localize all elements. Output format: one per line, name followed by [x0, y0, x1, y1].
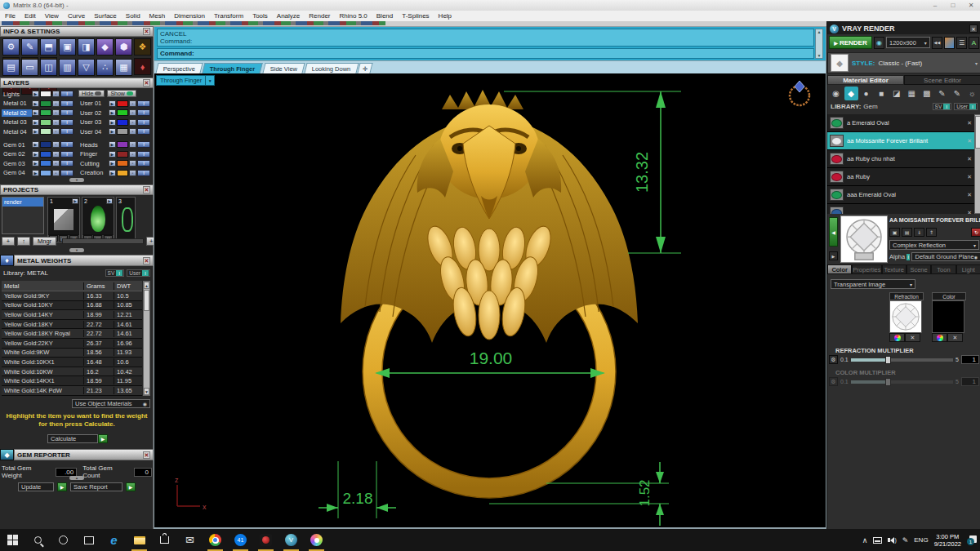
volume-icon[interactable]: ) — [888, 537, 896, 544]
color-clear-icon[interactable]: ✕ — [947, 333, 963, 342]
menu-item[interactable]: Surface — [94, 12, 117, 20]
clock[interactable]: 3:00 PM 9/21/2022 — [934, 533, 961, 548]
layer-visibility-toggle[interactable]: I — [137, 109, 150, 116]
tray-chevron-icon[interactable]: ∧ — [862, 536, 868, 544]
menu-item[interactable]: Rhino 5.0 — [340, 12, 368, 20]
scroll-down-icon[interactable]: ▼ — [817, 53, 822, 58]
table-row[interactable]: White Gold:10KX1 16.48 10.6 — [2, 358, 142, 367]
gem-list-scrollbar[interactable] — [974, 114, 980, 214]
alpha-toggle[interactable]: I — [906, 254, 910, 260]
info-settings-header[interactable]: INFO & SETTINGS ✕ — [0, 26, 154, 37]
layer-expand-icon[interactable]: ▶ — [109, 100, 116, 107]
layer-visibility-toggle[interactable]: I — [60, 91, 74, 97]
material-type-icon[interactable]: ✎ — [950, 87, 964, 100]
gem-delete-icon[interactable]: ✕ — [967, 120, 972, 127]
toolbox-icon[interactable]: ▣ — [59, 38, 76, 56]
toolbox-icon[interactable]: ◫ — [40, 59, 57, 76]
menu-item[interactable]: Dimension — [174, 12, 205, 20]
layer-name[interactable]: Cutting — [78, 160, 109, 167]
hide-layers-button[interactable]: Hide — [78, 90, 105, 97]
menu-item[interactable]: Curve — [68, 12, 85, 20]
layer-color-swatch[interactable] — [40, 91, 51, 97]
layer-expand-icon[interactable]: ▶ — [109, 170, 116, 176]
layer-color-swatch[interactable] — [40, 109, 51, 116]
layer-name[interactable]: Gem 02 — [2, 150, 32, 158]
layer-visibility-toggle[interactable]: I — [137, 119, 150, 126]
layer-expand-icon[interactable]: ▶ — [32, 151, 39, 158]
color-picker-icon[interactable] — [932, 333, 947, 342]
thumb-expand-icon[interactable]: ▶ — [106, 198, 113, 204]
col-grams[interactable]: Grams — [83, 282, 114, 290]
export-material-icon[interactable]: ⇑ — [926, 228, 937, 237]
language-indicator[interactable]: ENG — [914, 536, 928, 544]
project-add-button[interactable]: + — [2, 237, 15, 246]
layer-name[interactable]: Metal 03 — [2, 118, 32, 126]
project-thumb-1[interactable]: 1 ▶ +▣✕ — [47, 197, 80, 242]
scroll-down-icon[interactable]: ▼ — [144, 388, 149, 395]
layer-name[interactable]: Creation — [78, 169, 109, 176]
lock-icon[interactable]: ▫ — [52, 128, 60, 135]
viewport-tab[interactable]: Through Finger — [203, 63, 264, 73]
table-row[interactable]: White Gold:10KW 16.2 10.42 — [2, 367, 142, 377]
layer-expand-icon[interactable]: ▶ — [109, 128, 116, 135]
import-material-icon[interactable]: ⇓ — [914, 228, 924, 237]
style-row[interactable]: ◆ STYLE: Classic - (Fast) ▾ — [827, 52, 980, 73]
transparent-image-dropdown[interactable]: Transparent Image▾ — [831, 279, 915, 289]
metal-weights-close-icon[interactable]: ✕ — [143, 257, 150, 264]
reset-material-icon[interactable]: ↻ — [971, 228, 980, 237]
ground-plane-dropdown[interactable]: Default Ground Plane◉ — [911, 252, 980, 261]
col-metal[interactable]: Metal — [2, 282, 83, 290]
menu-item[interactable]: Edit — [24, 12, 36, 20]
col-dwt[interactable]: DWT — [114, 282, 139, 290]
toolbox-icon[interactable]: ◨ — [78, 38, 95, 56]
layer-expand-icon[interactable]: ▶ — [109, 119, 116, 126]
table-row[interactable]: Yellow Gold:22KY 26.37 16.96 — [2, 339, 142, 349]
pen-icon[interactable]: ✎ — [902, 536, 909, 544]
layer-visibility-toggle[interactable]: I — [60, 141, 74, 148]
menu-item[interactable]: Blend — [376, 12, 393, 20]
menu-item[interactable]: T-Splines — [402, 12, 429, 20]
store-icon[interactable] — [152, 529, 177, 551]
lock-icon[interactable]: ▫ — [129, 160, 136, 167]
projects-collapse-handle[interactable]: ▼ — [0, 248, 154, 252]
menu-item[interactable]: View — [45, 12, 59, 20]
lock-icon[interactable]: ▫ — [129, 119, 136, 126]
lock-icon[interactable]: ▫ — [129, 151, 136, 158]
gem-material-item[interactable]: aa Moissanite Forever Brillant ✕ — [827, 132, 974, 150]
sv-toggle[interactable]: SVI — [933, 103, 952, 110]
layer-color-swatch[interactable] — [40, 160, 51, 167]
save-material-icon[interactable]: ▣ — [889, 228, 900, 237]
layer-color-swatch[interactable] — [117, 151, 128, 158]
vray-header[interactable]: V VRAY RENDER ✕ — [827, 23, 980, 34]
viewport-tab[interactable]: ✛ — [358, 63, 374, 73]
material-type-icon[interactable]: ● — [859, 87, 873, 100]
thumb-expand-icon[interactable]: ▶ — [72, 198, 78, 204]
resolution-dropdown[interactable]: 1200x900▾ — [886, 37, 930, 48]
layer-color-swatch[interactable] — [117, 119, 128, 126]
project-thumb-3[interactable]: 3 — [116, 197, 136, 242]
layer-color-swatch[interactable] — [117, 170, 128, 176]
projects-header[interactable]: PROJECTS ✕ — [0, 184, 154, 195]
render-log-icon[interactable]: ☰ — [956, 37, 967, 49]
scroll-up-icon[interactable]: ▲ — [144, 282, 149, 289]
layer-expand-icon[interactable]: ▶ — [109, 160, 116, 167]
vray-app-icon[interactable]: V — [278, 529, 304, 551]
maximize-button[interactable]: □ — [944, 2, 962, 9]
user-toggle[interactable]: UserI — [127, 269, 150, 277]
layer-name[interactable]: Finger — [78, 150, 109, 158]
layer-expand-icon[interactable]: ▶ — [32, 109, 39, 116]
color-swatch[interactable] — [932, 300, 964, 333]
start-button[interactable] — [0, 529, 25, 551]
save-report-button[interactable]: ▶ — [126, 482, 136, 491]
menu-item[interactable]: Tools — [252, 12, 268, 20]
toolbox-icon[interactable]: ⬢ — [115, 38, 132, 56]
layer-visibility-toggle[interactable]: I — [60, 151, 74, 158]
gem-delete-icon[interactable]: ✕ — [967, 210, 972, 215]
menu-item[interactable]: Analyze — [277, 12, 300, 20]
tab-material-editor[interactable]: Material Editor — [827, 75, 904, 85]
layer-visibility-toggle[interactable]: I — [137, 100, 150, 107]
layer-expand-icon[interactable]: ▶ — [32, 141, 39, 148]
toolbox-icon[interactable]: ✎ — [21, 38, 38, 56]
gem-delete-icon[interactable]: ✕ — [967, 192, 972, 198]
material-type-icon[interactable]: ☼ — [965, 87, 979, 100]
